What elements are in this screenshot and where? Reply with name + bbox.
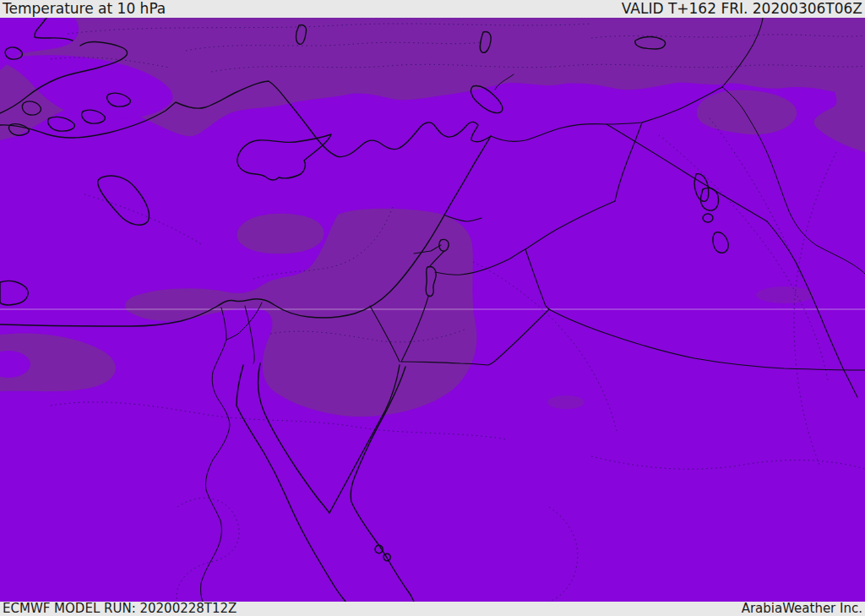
header-bar: Temperature at 10 hPa VALID T+162 FRI. 2…: [0, 0, 865, 18]
valid-time-label: VALID T+162 FRI. 20200306T06Z: [622, 0, 865, 18]
footer-bar: ECMWF MODEL RUN: 20200228T12Z ArabiaWeat…: [0, 602, 865, 616]
weather-map: [0, 0, 865, 616]
model-run-label: ECMWF MODEL RUN: 20200228T12Z: [0, 602, 237, 616]
map-title: Temperature at 10 hPa: [0, 0, 166, 18]
attribution-label: ArabiaWeather Inc.: [742, 602, 865, 616]
weather-map-window: Temperature at 10 hPa VALID T+162 FRI. 2…: [0, 0, 865, 616]
